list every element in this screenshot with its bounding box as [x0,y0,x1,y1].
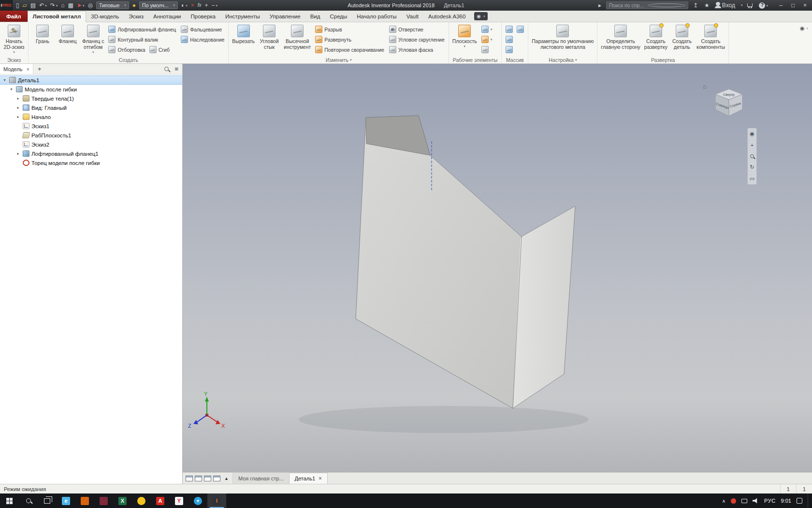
tab-3d-модель[interactable]: 3D-модель [86,12,124,22]
ribbon-display-options[interactable]: ◉▾ [800,25,808,31]
tab-файл[interactable]: Файл [0,11,28,22]
viewcube[interactable]: ⌂ Сверху Спереди Справа [710,85,748,123]
style-combo[interactable]: Типовые▾ [96,1,129,9]
button-rectangular-pattern[interactable] [504,24,515,34]
tree-item-твердые-тела-1[interactable]: ▸Твердые тела(1) [0,94,182,103]
window-vertical-icon[interactable] [213,476,220,481]
taskbar-search-button[interactable] [19,493,38,508]
open-button[interactable]: ▱ [21,1,29,10]
button-определить-главную-сторону[interactable]: Определить главную сторону [599,24,642,51]
minus-tool-button[interactable]: −▾ [210,1,219,10]
start-button[interactable] [0,493,19,508]
undo-button[interactable]: ↶▾ [38,1,48,10]
tab-аннотации[interactable]: Аннотации [148,12,186,22]
redo-button[interactable]: ↷▾ [49,1,59,10]
tree-item-лофтированный-фланец1[interactable]: ▸Лофтированный фланец1 [0,149,182,158]
zoom-icon[interactable] [750,154,754,158]
button-отверстие[interactable]: Отверстие [387,24,425,34]
part-web-face[interactable] [356,116,522,408]
show-desktop-button[interactable] [808,493,811,508]
maroon-app[interactable] [94,493,113,508]
tab-начало-работы[interactable]: Начало работы [352,12,401,22]
button-угловая-фаска[interactable]: Угловая фаска [387,45,435,55]
tree-item-начало[interactable]: ▸Начало [0,112,182,121]
tab-среды[interactable]: Среды [325,12,352,22]
fx-parameters-button[interactable]: fx [196,1,203,10]
button-сгиб[interactable]: Сгиб [147,45,172,55]
clear-appearance-button[interactable]: × [189,1,196,10]
button-угловой-стык[interactable]: Угловой стык [257,24,281,51]
window-tile-icon[interactable] [195,476,202,481]
tree-item-рабплоскость1[interactable]: РабПлоскость1 [0,131,182,140]
tree-item-деталь1[interactable]: ▾Деталь1 [0,75,182,85]
button-создать-деталь[interactable]: Создать деталь [670,24,694,51]
tree-expand-icon[interactable]: ▸ [15,96,21,101]
button-разрыв[interactable]: Разрыв [313,24,344,34]
select-tool-button[interactable]: ➤▾ [75,1,86,10]
viewcube-home-icon[interactable]: ⌂ [703,83,706,90]
chevron-down-icon[interactable]: ▾ [741,3,743,7]
edge-app[interactable]: e [57,493,75,508]
browser-tab-model[interactable]: Модель × [0,64,33,74]
look-at-icon[interactable]: ▭ [750,176,754,181]
inventor-logo[interactable]: IPRO [0,0,13,11]
button-sketch-driven-pattern[interactable] [504,45,515,55]
browser-search-icon[interactable] [164,67,169,71]
capture-widget[interactable]: ◉▾ [474,12,487,20]
document-tab-деталь1[interactable]: Деталь1× [289,473,328,484]
new-file-button[interactable]: ▯ [14,1,21,10]
help-button[interactable]: ? ▾ [757,1,769,10]
group-label-настройка[interactable]: Настройка▾ [530,56,595,63]
button-отбортовка[interactable]: Отбортовка [106,45,147,55]
yandex-app[interactable]: Y [170,493,188,508]
tree-collapse-icon[interactable]: ▾ [2,78,7,82]
minimize-button[interactable]: – [775,0,787,11]
search-expand-icon[interactable]: ▸ [597,1,603,10]
button-фланец[interactable]: Фланец [56,24,80,45]
tab-листовой-металл[interactable]: Листовой металл [28,11,87,22]
button-высечной-инструмент[interactable]: Высечной инструмент [282,24,312,51]
navigation-wheel-icon[interactable]: ◉ [750,131,754,136]
home-button[interactable]: ⌂ [59,1,66,10]
save-button[interactable]: ▤ [29,1,37,10]
document-tab-моя-главная-стр[interactable]: Моя главная стр... [232,473,289,484]
tree-item-вид-главный[interactable]: ▸Вид: Главный [0,103,182,112]
pan-icon[interactable]: + [751,143,754,148]
tree-item-модель-после-гибки[interactable]: ▾Модель после гибки [0,85,182,94]
office-orange-app[interactable] [75,493,94,508]
close-icon[interactable]: × [319,475,322,482]
favorites-star-icon[interactable]: ★ [703,1,711,10]
button-work-point[interactable]: ▾ [479,34,494,45]
button-work-axis[interactable]: ▾ [479,24,494,34]
button-наследование[interactable]: Наследование [179,34,226,45]
tab-инструменты[interactable]: Инструменты [220,12,265,22]
yellow-circle-app[interactable] [132,493,151,508]
clock[interactable]: 9:01 [781,498,791,504]
button-фальцевание[interactable]: Фальцевание [179,24,224,34]
button-вырезать[interactable]: Вырезать [231,24,256,45]
orbit-icon[interactable]: ↻ [750,164,754,170]
button-грань[interactable]: Грань [30,24,55,45]
tree-item-торец-модели-после-гибки[interactable]: Торец модели после гибки [0,158,182,167]
help-search-input[interactable]: Поиск по справке и командам. [606,1,688,9]
window-cascade-icon[interactable] [186,476,193,481]
button-лофтированный-фланец[interactable]: Лофтированный фланец [106,24,178,34]
add-browser-tab-button[interactable]: + [33,65,46,73]
tree-collapse-icon[interactable]: ▾ [9,87,14,91]
button-work-ucs[interactable] [479,45,491,55]
tab-autodesk-a360[interactable]: Autodesk A360 [423,12,470,22]
button-параметры-по-умолчанию-листового-металла[interactable]: Параметры по умолчанию листового металла [530,24,595,51]
button-circular-pattern[interactable] [515,24,526,34]
screenshot-button[interactable]: ▦ [67,1,75,10]
button-контурный-валик[interactable]: Контурный валик [106,34,160,45]
store-cart-icon[interactable] [746,1,754,10]
acrobat-app[interactable]: A [151,493,170,508]
button-mirror-pattern[interactable] [504,34,515,45]
notification-center-button[interactable] [797,498,802,504]
button-создать-компоненты[interactable]: Создать компоненты [695,24,726,51]
button-плоскость[interactable]: Плоскость▾ [451,24,478,49]
viewport-canvas[interactable]: Y X Z ⌂ Сверх [183,64,812,472]
browser-menu-icon[interactable]: ≡ [174,65,178,73]
inventor-app[interactable]: I [207,493,226,508]
button-создать-развертку[interactable]: Создать развертку [643,24,669,51]
